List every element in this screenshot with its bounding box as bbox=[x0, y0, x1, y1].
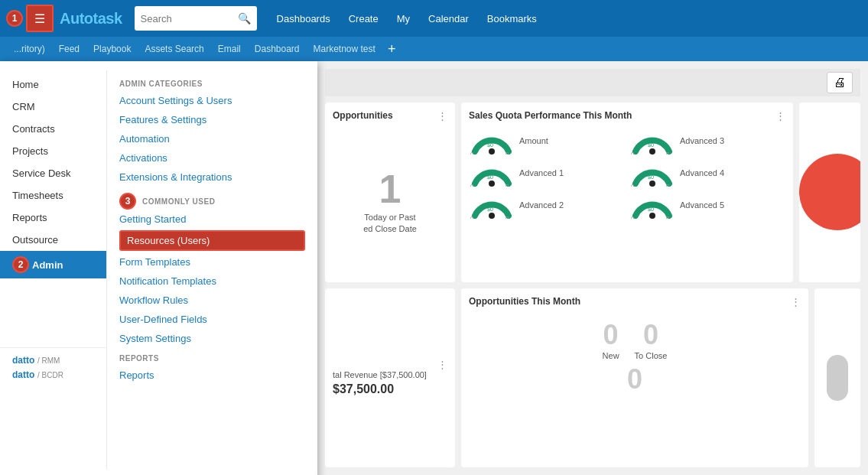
search-bar: 🔍 bbox=[135, 6, 257, 31]
sec-dashboard[interactable]: Dashboard bbox=[249, 41, 306, 57]
gauge-svg-adv4: 0 $0 0 bbox=[629, 159, 675, 187]
menu-features-settings[interactable]: Features & Settings bbox=[119, 110, 305, 129]
menu-reports[interactable]: Reports bbox=[119, 366, 305, 385]
sec-feed[interactable]: Feed bbox=[53, 41, 86, 57]
reports-section-title: REPORTS bbox=[119, 354, 305, 363]
nav-bookmarks[interactable]: Bookmarks bbox=[480, 8, 545, 29]
revenue-menu-dots[interactable]: ⋮ bbox=[437, 359, 447, 370]
gauge-advanced2-label: Advanced 2 bbox=[519, 200, 564, 210]
opp-menu-dots[interactable]: ⋮ bbox=[437, 110, 447, 127]
svg-text:0: 0 bbox=[631, 215, 635, 219]
gauge-advanced5-label: Advanced 5 bbox=[680, 200, 724, 210]
print-button[interactable]: 🖨 bbox=[827, 72, 853, 93]
menu-left-column: Home CRM Contracts Projects Service Desk… bbox=[0, 70, 107, 470]
gauge-svg-adv3: 0 $0 0 bbox=[629, 127, 675, 155]
menu-item-admin[interactable]: 2 Admin bbox=[0, 251, 106, 278]
gauge-svg-adv1: 0 $0 0 bbox=[469, 159, 515, 187]
svg-text:$0: $0 bbox=[487, 174, 493, 180]
menu-getting-started[interactable]: Getting Started bbox=[119, 210, 305, 229]
datto-brand-2: datto bbox=[12, 369, 34, 380]
to-close-label: To Close bbox=[635, 351, 668, 360]
menu-activations[interactable]: Activations bbox=[119, 148, 305, 168]
svg-text:0: 0 bbox=[666, 151, 670, 155]
app-logo: Autotask bbox=[60, 10, 122, 28]
scroll-thumb bbox=[827, 355, 848, 401]
to-close-count: 0 bbox=[635, 319, 668, 351]
print-bar: 🖨 bbox=[325, 69, 860, 96]
menu-item-service-desk[interactable]: Service Desk bbox=[0, 162, 106, 184]
gauge-advanced3: 0 $0 0 Advanced 3 bbox=[629, 127, 785, 155]
menu-automation[interactable]: Automation bbox=[119, 129, 305, 148]
gauge-advanced1-label: Advanced 1 bbox=[519, 168, 564, 177]
sales-quota-menu-dots[interactable]: ⋮ bbox=[775, 110, 785, 127]
active-opps-panel bbox=[799, 102, 860, 282]
menu-resources-users[interactable]: Resources (Users) bbox=[119, 230, 305, 251]
menu-notification-templates[interactable]: Notification Templates bbox=[119, 272, 305, 291]
nav-dashboards[interactable]: Dashboards bbox=[269, 8, 338, 29]
svg-text:0: 0 bbox=[470, 151, 474, 155]
menu-item-reports[interactable]: Reports bbox=[0, 207, 106, 229]
search-input[interactable] bbox=[141, 13, 235, 24]
nav-calendar[interactable]: Calendar bbox=[421, 8, 476, 29]
svg-text:$0: $0 bbox=[648, 207, 654, 212]
admin-categories-title: ADMIN CATEGORIES bbox=[119, 80, 305, 88]
search-icon: 🔍 bbox=[238, 12, 251, 24]
sales-quota-panel: Sales Quota Performance This Month ⋮ 0 $… bbox=[461, 102, 793, 282]
svg-text:0: 0 bbox=[631, 151, 635, 155]
bottom-zero: 0 bbox=[469, 363, 801, 395]
opportunities-panel: Opportunities ⋮ 1 Today or Pasted Close … bbox=[325, 102, 455, 282]
gauge-grid: 0 $0 0 Amount 0 $0 0 bbox=[469, 127, 785, 219]
opps-this-month-title: Opportunities This Month bbox=[469, 296, 580, 307]
add-tab-button[interactable]: + bbox=[383, 41, 401, 57]
menu-item-contracts[interactable]: Contracts bbox=[0, 118, 106, 140]
svg-text:$0: $0 bbox=[487, 142, 493, 148]
svg-text:0: 0 bbox=[506, 151, 509, 155]
menu-extensions[interactable]: Extensions & Integrations bbox=[119, 168, 305, 187]
gauge-advanced4-label: Advanced 4 bbox=[680, 168, 724, 177]
menu-system-settings[interactable]: System Settings bbox=[119, 329, 305, 348]
new-count: 0 bbox=[603, 319, 619, 351]
datto-rmm[interactable]: datto / RMM bbox=[12, 354, 94, 366]
menu-item-timesheets[interactable]: Timesheets bbox=[0, 184, 106, 207]
sales-quota-title: Sales Quota Performance This Month bbox=[469, 110, 632, 121]
datto-brand-1: datto bbox=[12, 355, 34, 366]
menu-item-crm[interactable]: CRM bbox=[0, 96, 106, 118]
revenue-panel: ⋮ tal Revenue [$37,500.00] $37,500.00 bbox=[325, 288, 455, 468]
svg-point-8 bbox=[489, 181, 495, 187]
datto-bcdr[interactable]: datto / BCDR bbox=[12, 369, 94, 380]
svg-point-16 bbox=[489, 213, 495, 219]
svg-text:0: 0 bbox=[666, 183, 670, 187]
step-1-badge: 1 bbox=[6, 10, 23, 27]
total-revenue-val: $37,500.00 bbox=[333, 382, 447, 396]
sec-territory[interactable]: ...ritory) bbox=[8, 41, 51, 57]
svg-text:0: 0 bbox=[666, 215, 670, 219]
step-2-badge: 2 bbox=[12, 256, 29, 273]
gauge-amount-label: Amount bbox=[519, 136, 548, 145]
nav-my[interactable]: My bbox=[389, 8, 418, 29]
menu-item-projects[interactable]: Projects bbox=[0, 140, 106, 162]
sec-email[interactable]: Email bbox=[212, 41, 247, 57]
total-revenue-label: tal Revenue [$37,500.00] bbox=[333, 370, 447, 379]
menu-user-defined-fields[interactable]: User-Defined Fields bbox=[119, 310, 305, 329]
menu-item-outsource[interactable]: Outsource bbox=[0, 229, 106, 251]
sec-playbook[interactable]: Playbook bbox=[87, 41, 137, 57]
hamburger-button[interactable]: ☰ bbox=[26, 5, 54, 32]
gauge-advanced3-label: Advanced 3 bbox=[680, 136, 724, 145]
menu-workflow-rules[interactable]: Workflow Rules bbox=[119, 291, 305, 310]
menu-account-settings[interactable]: Account Settings & Users bbox=[119, 91, 305, 110]
menu-form-templates[interactable]: Form Templates bbox=[119, 252, 305, 272]
svg-point-12 bbox=[649, 181, 655, 187]
svg-text:0: 0 bbox=[470, 183, 474, 187]
menu-item-home[interactable]: Home bbox=[0, 73, 106, 96]
sec-marketnow[interactable]: Marketnow test bbox=[307, 41, 382, 57]
menu-right-column: ADMIN CATEGORIES Account Settings & User… bbox=[107, 70, 317, 470]
sec-assets-search[interactable]: Assets Search bbox=[138, 41, 210, 57]
gauge-amount: 0 $0 0 Amount bbox=[469, 127, 625, 155]
dashboard-row-2: ⋮ tal Revenue [$37,500.00] $37,500.00 Op… bbox=[325, 288, 860, 468]
commonly-used-title: COMMONLY USED bbox=[142, 197, 215, 206]
big-number: 1 bbox=[379, 166, 401, 212]
dashboard-area: 🖨 Opportunities ⋮ 1 Today or Pasted Clos… bbox=[317, 61, 868, 475]
step-3-badge: 3 bbox=[119, 193, 136, 210]
opps-month-menu-dots[interactable]: ⋮ bbox=[791, 296, 801, 313]
nav-create[interactable]: Create bbox=[341, 8, 386, 29]
